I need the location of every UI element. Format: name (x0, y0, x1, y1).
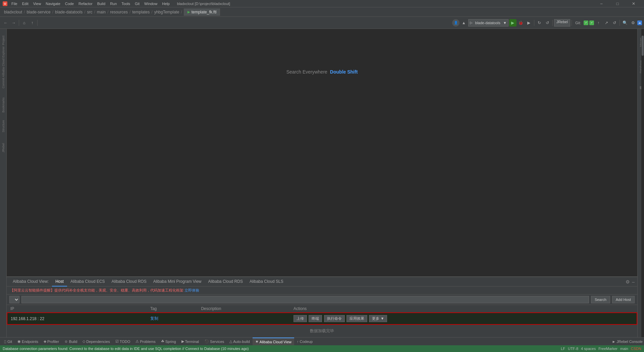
breadcrumb-sep-8: / (180, 10, 182, 14)
tool-problems[interactable]: ⚠ Problems (133, 338, 158, 346)
indent[interactable]: 4 spaces (581, 347, 596, 351)
tool-auto-build[interactable]: △ Auto-build (227, 338, 253, 346)
table-row[interactable]: 192.168.1.218 : 22 复制 上传 终端 执行命令 应用效果 更多… (7, 313, 637, 324)
close-button[interactable]: ✕ (626, 0, 641, 7)
cloud-panel-settings-icon[interactable]: ⚙ (626, 279, 630, 284)
problems-tool-icon: ⚠ (136, 339, 139, 344)
sidebar-item-commit[interactable]: Commit (0, 73, 6, 93)
cloud-search-input[interactable] (21, 296, 589, 303)
menu-tools[interactable]: Tools (119, 1, 132, 6)
cloud-panel-close-icon[interactable]: – (632, 279, 635, 284)
cell-tag[interactable]: 复制 (147, 313, 198, 324)
toolbar-cloud-icon[interactable]: ☁ (637, 20, 642, 25)
tool-alibaba-cloud-view[interactable]: ☀ Alibaba Cloud View (253, 338, 294, 346)
toolbar-up-btn[interactable]: ↑ (29, 19, 36, 27)
breadcrumb-bladxclout[interactable]: bladxclout (3, 10, 23, 14)
cloud-tab-mini[interactable]: Alibaba Mini Program View (150, 277, 205, 287)
cloud-filter-select[interactable] (9, 296, 19, 303)
toolbar-git-push-btn[interactable]: ↑ (595, 19, 602, 27)
toolbar-home-btn[interactable]: ⌂ (20, 19, 28, 27)
toolbar-settings-btn[interactable]: ⚙ (629, 19, 637, 27)
git-tool-icon: ⌷ (4, 340, 6, 344)
menu-git[interactable]: Git (133, 1, 142, 6)
jrebel-button[interactable]: JRebel (554, 19, 570, 27)
menu-edit[interactable]: Edit (20, 1, 31, 6)
tool-build[interactable]: ⛭ Build (62, 338, 80, 346)
file-type[interactable]: FreeMarker (598, 347, 618, 351)
breadcrumb-blade-datatools[interactable]: blade-datatools (54, 10, 84, 14)
toolbar-debug-btn[interactable]: 🐞 (517, 19, 525, 27)
vertical-scrollbar[interactable] (641, 29, 644, 337)
toolbar-sep-1 (19, 20, 19, 26)
tool-codeup[interactable]: ↑ Codeup (294, 338, 315, 346)
toolbar-git-revert-btn[interactable]: ↺ (611, 19, 618, 27)
sidebar-item-alibaba-explorer[interactable]: Alibaba Cloud Explorer (0, 52, 6, 72)
breadcrumb-src[interactable]: src (86, 10, 94, 14)
menu-build[interactable]: Build (95, 1, 107, 6)
toolbar-upload-btn[interactable]: ▲ (460, 19, 468, 27)
run-config-dropdown[interactable]: ▷ blade-datatools ▼ (468, 19, 508, 27)
action-exec-btn[interactable]: 执行命令 (324, 315, 345, 322)
menu-refactor[interactable]: Refactor (76, 1, 95, 6)
breadcrumb-bar: bladxclout / blade-service / blade-datat… (0, 7, 644, 17)
tool-git[interactable]: ⌷ Git (1, 338, 15, 346)
run-button[interactable]: ▶ (509, 19, 517, 27)
tool-spring[interactable]: ☘ Spring (158, 338, 179, 346)
build-tool-icon: ⛭ (64, 340, 68, 344)
toolbar-back-btn[interactable]: ← (2, 19, 9, 27)
toolbar-search-btn[interactable]: 🔍 (621, 19, 629, 27)
cloud-tab-rds[interactable]: Alibaba Cloud RDS (205, 277, 246, 287)
action-more-btn[interactable]: 更多 ▼ (369, 315, 387, 322)
tool-dependencies[interactable]: ◇ Dependencies (80, 338, 112, 346)
menu-help[interactable]: Help (160, 1, 172, 6)
breadcrumb-blade-service[interactable]: blade-service (25, 10, 52, 14)
toolbar-refresh-btn[interactable]: ↺ (544, 19, 551, 27)
cloud-search-button[interactable]: Search (591, 296, 610, 303)
action-apply-btn[interactable]: 应用效果 (346, 315, 367, 322)
git-check-icon[interactable]: ✓ (584, 20, 588, 25)
tool-endpoints[interactable]: ◉ Endpoints (15, 338, 41, 346)
maximize-button[interactable]: □ (610, 0, 625, 7)
breadcrumb-templates[interactable]: templates (131, 10, 151, 14)
git-check2-icon[interactable]: ✓ (589, 20, 594, 25)
tool-services[interactable]: ⚫ Services (202, 338, 227, 346)
cloud-tab-ros[interactable]: Alibaba Cloud ROS (108, 277, 150, 287)
alert-link[interactable]: 立即体验 (184, 288, 199, 292)
action-upload-btn[interactable]: 上传 (293, 315, 307, 322)
tool-todo[interactable]: ☑ TODO (113, 338, 133, 346)
line-ending[interactable]: LF (561, 347, 565, 351)
error-indicator[interactable]: CSDN (631, 347, 641, 351)
cloud-tab-sls[interactable]: Alibaba Cloud SLS (246, 277, 287, 287)
tool-terminal[interactable]: ▶ Terminal (179, 338, 202, 346)
menu-navigate[interactable]: Navigate (44, 1, 62, 6)
minimize-button[interactable]: – (594, 0, 609, 7)
cloud-tab-host[interactable]: Host (52, 277, 67, 287)
encoding[interactable]: UTF-8 (568, 347, 578, 351)
col-actions: Actions (290, 305, 637, 313)
cloud-add-host-button[interactable]: Add Host (612, 296, 635, 303)
menu-window[interactable]: Window (142, 1, 159, 6)
menu-file[interactable]: File (9, 1, 19, 6)
sidebar-item-structure[interactable]: Structure (0, 116, 6, 136)
menu-run[interactable]: Run (108, 1, 119, 6)
breadcrumb-main[interactable]: main (96, 10, 107, 14)
toolbar-coverage-btn[interactable]: ▶ (525, 19, 533, 27)
branch[interactable]: main (620, 347, 628, 351)
file-tab-template[interactable]: ▶ template_fk.ftl (184, 8, 220, 16)
menu-view[interactable]: View (31, 1, 43, 6)
action-terminal-btn[interactable]: 终端 (309, 315, 322, 322)
toolbar-forward-btn[interactable]: → (10, 19, 17, 27)
toolbar-sep-2 (37, 20, 38, 26)
cloud-tab-ecs[interactable]: Alibaba Cloud ECS (67, 277, 108, 287)
tool-profiler[interactable]: ◈ Profiler (41, 338, 62, 346)
toolbar-git-fetch-btn[interactable]: ↗ (603, 19, 610, 27)
scrollbar-thumb[interactable] (642, 36, 644, 56)
jrebel-console-btn[interactable]: ► JRebel Console (612, 340, 643, 344)
breadcrumb-resources[interactable]: resources (109, 10, 129, 14)
toolbar-sync-btn[interactable]: ↻ (536, 19, 543, 27)
sidebar-item-jrebel[interactable]: JRebel (0, 138, 6, 158)
breadcrumb-yhbg[interactable]: yhbgTemplate (153, 10, 181, 14)
menu-code[interactable]: Code (63, 1, 76, 6)
user-avatar[interactable]: 👤 (452, 19, 460, 27)
sidebar-item-bookmarks[interactable]: Bookmarks (0, 95, 6, 115)
